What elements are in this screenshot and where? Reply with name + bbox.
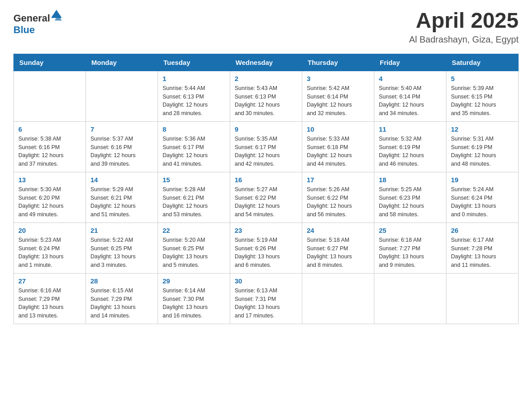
calendar-cell: 25Sunrise: 6:18 AM Sunset: 7:27 PM Dayli… (374, 223, 446, 273)
day-info: Sunrise: 5:18 AM Sunset: 6:27 PM Dayligh… (307, 236, 369, 270)
day-info: Sunrise: 6:13 AM Sunset: 7:31 PM Dayligh… (235, 287, 297, 320)
day-info: Sunrise: 5:23 AM Sunset: 6:24 PM Dayligh… (18, 236, 81, 270)
day-number: 28 (90, 277, 153, 285)
day-number: 25 (379, 227, 442, 234)
calendar-cell: 10Sunrise: 5:33 AM Sunset: 6:18 PM Dayli… (302, 121, 374, 172)
calendar-cell: 18Sunrise: 5:25 AM Sunset: 6:23 PM Dayli… (374, 172, 446, 223)
day-info: Sunrise: 6:16 AM Sunset: 7:29 PM Dayligh… (18, 287, 81, 320)
day-number: 4 (379, 75, 442, 82)
day-number: 22 (163, 227, 225, 234)
calendar-cell (14, 71, 86, 121)
week-row-5: 27Sunrise: 6:16 AM Sunset: 7:29 PM Dayli… (14, 273, 519, 324)
calendar-cell: 2Sunrise: 5:43 AM Sunset: 6:13 PM Daylig… (230, 71, 302, 121)
day-number: 21 (90, 227, 153, 234)
logo-icon (50, 8, 63, 21)
day-number: 14 (90, 176, 153, 184)
day-number: 11 (379, 125, 442, 133)
calendar-cell: 23Sunrise: 5:19 AM Sunset: 6:26 PM Dayli… (230, 223, 302, 273)
day-info: Sunrise: 6:14 AM Sunset: 7:30 PM Dayligh… (163, 287, 225, 320)
calendar-cell: 6Sunrise: 5:38 AM Sunset: 6:16 PM Daylig… (14, 121, 86, 172)
day-number: 9 (235, 125, 297, 133)
day-number: 6 (18, 125, 81, 133)
calendar-cell: 7Sunrise: 5:37 AM Sunset: 6:16 PM Daylig… (86, 121, 158, 172)
week-row-1: 1Sunrise: 5:44 AM Sunset: 6:13 PM Daylig… (14, 71, 519, 121)
day-number: 12 (451, 125, 514, 133)
day-info: Sunrise: 5:30 AM Sunset: 6:20 PM Dayligh… (18, 185, 81, 219)
calendar-cell: 8Sunrise: 5:36 AM Sunset: 6:17 PM Daylig… (158, 121, 230, 172)
calendar-cell: 13Sunrise: 5:30 AM Sunset: 6:20 PM Dayli… (14, 172, 86, 223)
day-info: Sunrise: 5:35 AM Sunset: 6:17 PM Dayligh… (235, 135, 297, 168)
calendar-cell (446, 273, 519, 324)
day-info: Sunrise: 5:20 AM Sunset: 6:25 PM Dayligh… (163, 236, 225, 270)
calendar-cell: 28Sunrise: 6:15 AM Sunset: 7:29 PM Dayli… (86, 273, 158, 324)
logo: General Blue (13, 9, 63, 36)
calendar-cell: 24Sunrise: 5:18 AM Sunset: 6:27 PM Dayli… (302, 223, 374, 273)
month-title: April 2025 (409, 9, 519, 33)
calendar-body: 1Sunrise: 5:44 AM Sunset: 6:13 PM Daylig… (14, 71, 519, 324)
week-row-4: 20Sunrise: 5:23 AM Sunset: 6:24 PM Dayli… (14, 223, 519, 273)
day-number: 5 (451, 75, 514, 82)
day-info: Sunrise: 5:36 AM Sunset: 6:17 PM Dayligh… (163, 135, 225, 168)
weekday-header-saturday: Saturday (446, 54, 519, 71)
day-info: Sunrise: 6:15 AM Sunset: 7:29 PM Dayligh… (90, 287, 153, 320)
weekday-header-sunday: Sunday (14, 54, 86, 71)
day-info: Sunrise: 5:43 AM Sunset: 6:13 PM Dayligh… (235, 84, 297, 118)
calendar-cell: 3Sunrise: 5:42 AM Sunset: 6:14 PM Daylig… (302, 71, 374, 121)
calendar-cell: 12Sunrise: 5:31 AM Sunset: 6:19 PM Dayli… (446, 121, 519, 172)
day-number: 20 (18, 227, 81, 234)
svg-marker-0 (51, 10, 62, 18)
weekday-header-wednesday: Wednesday (230, 54, 302, 71)
day-info: Sunrise: 5:26 AM Sunset: 6:22 PM Dayligh… (307, 185, 369, 219)
calendar-cell: 27Sunrise: 6:16 AM Sunset: 7:29 PM Dayli… (14, 273, 86, 324)
day-info: Sunrise: 5:32 AM Sunset: 6:19 PM Dayligh… (379, 135, 442, 168)
week-row-3: 13Sunrise: 5:30 AM Sunset: 6:20 PM Dayli… (14, 172, 519, 223)
day-number: 2 (235, 75, 297, 82)
day-number: 15 (163, 176, 225, 184)
day-info: Sunrise: 5:28 AM Sunset: 6:21 PM Dayligh… (163, 185, 225, 219)
day-info: Sunrise: 5:38 AM Sunset: 6:16 PM Dayligh… (18, 135, 81, 168)
day-number: 19 (451, 176, 514, 184)
weekday-header-tuesday: Tuesday (158, 54, 230, 71)
calendar-cell: 5Sunrise: 5:39 AM Sunset: 6:15 PM Daylig… (446, 71, 519, 121)
day-info: Sunrise: 5:19 AM Sunset: 6:26 PM Dayligh… (235, 236, 297, 270)
day-number: 17 (307, 176, 369, 184)
calendar-cell: 19Sunrise: 5:24 AM Sunset: 6:24 PM Dayli… (446, 172, 519, 223)
day-info: Sunrise: 5:29 AM Sunset: 6:21 PM Dayligh… (90, 185, 153, 219)
day-info: Sunrise: 5:37 AM Sunset: 6:16 PM Dayligh… (90, 135, 153, 168)
calendar-cell: 22Sunrise: 5:20 AM Sunset: 6:25 PM Dayli… (158, 223, 230, 273)
day-info: Sunrise: 6:18 AM Sunset: 7:27 PM Dayligh… (379, 236, 442, 270)
day-number: 10 (307, 125, 369, 133)
day-info: Sunrise: 5:40 AM Sunset: 6:14 PM Dayligh… (379, 84, 442, 118)
page-header: General Blue April 2025 Al Badrashayn, G… (13, 9, 519, 45)
day-info: Sunrise: 5:42 AM Sunset: 6:14 PM Dayligh… (307, 84, 369, 118)
calendar-cell: 26Sunrise: 6:17 AM Sunset: 7:28 PM Dayli… (446, 223, 519, 273)
calendar-cell (86, 71, 158, 121)
day-info: Sunrise: 5:27 AM Sunset: 6:22 PM Dayligh… (235, 185, 297, 219)
week-row-2: 6Sunrise: 5:38 AM Sunset: 6:16 PM Daylig… (14, 121, 519, 172)
calendar-cell: 9Sunrise: 5:35 AM Sunset: 6:17 PM Daylig… (230, 121, 302, 172)
calendar-header: SundayMondayTuesdayWednesdayThursdayFrid… (14, 54, 519, 71)
weekday-header-thursday: Thursday (302, 54, 374, 71)
weekday-header-friday: Friday (374, 54, 446, 71)
day-info: Sunrise: 5:22 AM Sunset: 6:25 PM Dayligh… (90, 236, 153, 270)
calendar-cell: 11Sunrise: 5:32 AM Sunset: 6:19 PM Dayli… (374, 121, 446, 172)
day-info: Sunrise: 5:39 AM Sunset: 6:15 PM Dayligh… (451, 84, 514, 118)
calendar-cell: 4Sunrise: 5:40 AM Sunset: 6:14 PM Daylig… (374, 71, 446, 121)
day-number: 18 (379, 176, 442, 184)
location: Al Badrashayn, Giza, Egypt (409, 34, 519, 45)
day-info: Sunrise: 5:24 AM Sunset: 6:24 PM Dayligh… (451, 185, 514, 219)
day-number: 13 (18, 176, 81, 184)
calendar-cell: 1Sunrise: 5:44 AM Sunset: 6:13 PM Daylig… (158, 71, 230, 121)
calendar-cell: 30Sunrise: 6:13 AM Sunset: 7:31 PM Dayli… (230, 273, 302, 324)
day-number: 16 (235, 176, 297, 184)
weekday-header-monday: Monday (86, 54, 158, 71)
day-number: 27 (18, 277, 81, 285)
calendar-table: SundayMondayTuesdayWednesdayThursdayFrid… (13, 54, 519, 324)
calendar-cell: 16Sunrise: 5:27 AM Sunset: 6:22 PM Dayli… (230, 172, 302, 223)
day-number: 30 (235, 277, 297, 285)
day-info: Sunrise: 6:17 AM Sunset: 7:28 PM Dayligh… (451, 236, 514, 270)
day-info: Sunrise: 5:31 AM Sunset: 6:19 PM Dayligh… (451, 135, 514, 168)
calendar-cell: 29Sunrise: 6:14 AM Sunset: 7:30 PM Dayli… (158, 273, 230, 324)
day-number: 1 (163, 75, 225, 82)
day-info: Sunrise: 5:25 AM Sunset: 6:23 PM Dayligh… (379, 185, 442, 219)
